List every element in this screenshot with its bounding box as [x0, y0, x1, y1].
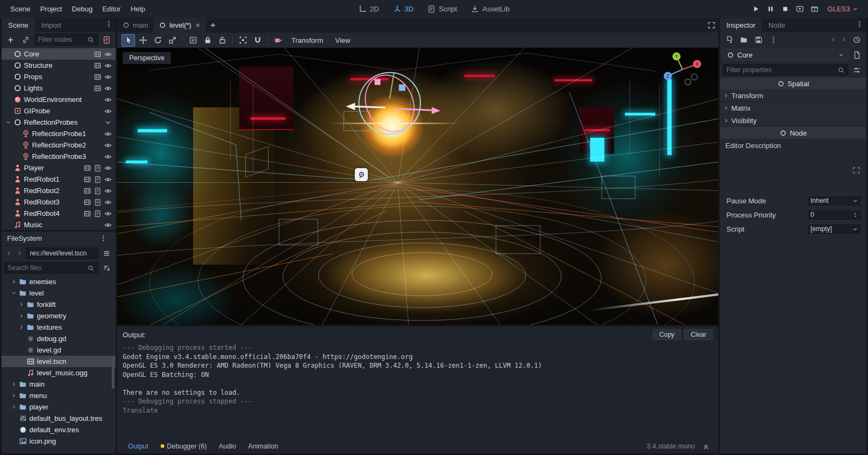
play-button[interactable]	[749, 3, 763, 15]
open-scene-icon[interactable]	[84, 187, 91, 195]
file-row[interactable]: player	[2, 401, 116, 413]
file-row[interactable]: forklift	[2, 299, 116, 310]
menu-help[interactable]: Help	[126, 2, 150, 16]
property-tools-icon[interactable]	[850, 64, 864, 76]
expand-arrow-icon[interactable]	[18, 324, 24, 330]
history-back-icon[interactable]	[828, 34, 838, 46]
bottom-tab-audio[interactable]: Audio	[213, 441, 241, 452]
open-scene-icon[interactable]	[94, 73, 101, 81]
visibility-eye-icon[interactable]	[104, 210, 112, 217]
file-row[interactable]: level	[2, 287, 116, 299]
group-visibility[interactable]: Visibility	[720, 114, 866, 127]
open-scene-icon[interactable]	[84, 198, 91, 206]
visibility-eye-icon[interactable]	[104, 96, 112, 104]
bottom-tab-debugger-6-[interactable]: Debugger (6)	[155, 441, 213, 452]
expand-arrow-icon[interactable]	[18, 324, 24, 330]
tool-move[interactable]	[136, 34, 150, 47]
file-row[interactable]: main	[2, 379, 116, 390]
new-resource-icon[interactable]	[723, 34, 736, 46]
script-dropdown[interactable]: [empty]	[807, 223, 862, 235]
file-row[interactable]: textures	[2, 322, 116, 333]
category-spatial[interactable]: Spatial	[720, 78, 866, 89]
visibility-eye-icon[interactable]	[104, 198, 112, 206]
close-icon[interactable]	[195, 22, 201, 28]
scene-node-row[interactable]: Music	[2, 219, 116, 230]
tool-unlock[interactable]	[215, 34, 229, 47]
expand-arrow-icon[interactable]	[5, 119, 11, 125]
file-row[interactable]: debug.gd	[2, 333, 116, 344]
category-node[interactable]: Node	[720, 127, 866, 139]
expand-arrow-icon[interactable]	[10, 404, 17, 410]
scene-node-row[interactable]: RedRobot2	[2, 185, 116, 196]
tool-select[interactable]	[122, 34, 135, 47]
switch-3d[interactable]: 3D	[387, 3, 419, 15]
menu-debug[interactable]: Debug	[67, 2, 97, 16]
process-priority-stepper[interactable]: 0	[807, 209, 862, 221]
expand-arrow-icon[interactable]	[18, 302, 24, 307]
filter-properties-input[interactable]	[726, 66, 835, 74]
open-docs-icon[interactable]	[850, 49, 864, 61]
switch-assetlib[interactable]: AssetLib	[465, 3, 515, 15]
group-transform[interactable]: Transform	[720, 89, 866, 102]
axis-navigation-gizmo[interactable]: Y X Z	[661, 51, 704, 90]
scene-tab-level[interactable]: level(*)	[154, 18, 206, 33]
visibility-eye-icon[interactable]	[104, 142, 112, 149]
copy-button[interactable]: Copy	[653, 329, 681, 340]
visibility-eye-icon[interactable]	[104, 107, 112, 115]
add-node-button[interactable]	[4, 34, 17, 46]
dock-menu-icon[interactable]	[102, 18, 116, 30]
expand-arrow-icon[interactable]	[18, 313, 24, 319]
position-gizmo-icon[interactable]	[355, 168, 368, 181]
open-scene-icon[interactable]	[94, 85, 101, 92]
load-resource-icon[interactable]	[737, 34, 751, 46]
visibility-eye-icon[interactable]	[104, 164, 112, 172]
stop-button[interactable]	[778, 3, 792, 15]
group-matrix[interactable]: Matrix	[720, 102, 866, 114]
file-row[interactable]: default_env.tres	[2, 424, 116, 435]
scene-node-row[interactable]: GIProbe	[2, 105, 116, 117]
expand-arrow-icon[interactable]	[10, 393, 17, 399]
expand-arrow-icon[interactable]	[11, 393, 17, 399]
visibility-eye-icon[interactable]	[104, 85, 112, 92]
file-row[interactable]: level_music.ogg	[2, 367, 116, 379]
pause-button[interactable]	[764, 3, 777, 15]
perspective-menu[interactable]: Perspective	[123, 52, 171, 64]
move-gizmo[interactable]	[346, 67, 441, 139]
filter-nodes-input[interactable]	[38, 36, 85, 43]
resource-menu-icon[interactable]	[767, 34, 780, 46]
open-scene-icon[interactable]	[94, 62, 101, 69]
scene-node-row[interactable]: ReflectionProbe3	[2, 151, 116, 162]
scene-node-row[interactable]: Player	[2, 162, 116, 174]
view-menu[interactable]: View	[330, 34, 356, 47]
play-scene-button[interactable]	[793, 3, 807, 15]
bottom-tab-animation[interactable]: Animation	[242, 441, 284, 452]
expand-arrow-icon[interactable]	[10, 290, 17, 296]
tool-snap[interactable]	[251, 34, 264, 47]
expand-arrow-icon[interactable]	[11, 279, 17, 285]
renderer-dropdown[interactable]: GLES3	[823, 3, 863, 15]
visibility-eye-icon[interactable]	[104, 62, 112, 69]
scene-node-row[interactable]: Lights	[2, 82, 116, 94]
clear-button[interactable]: Clear	[684, 329, 713, 340]
bottom-tab-output[interactable]: Output	[123, 441, 154, 452]
save-resource-icon[interactable]	[752, 34, 765, 46]
visibility-eye-icon[interactable]	[104, 73, 112, 81]
filesystem-scrollbar[interactable]	[112, 356, 114, 389]
script-icon[interactable]	[94, 187, 101, 195]
instance-scene-button[interactable]	[19, 34, 33, 46]
file-row[interactable]: level.gd	[2, 344, 116, 356]
visibility-eye-icon[interactable]	[104, 153, 112, 161]
attach-script-button[interactable]	[100, 34, 113, 46]
dock-menu-icon[interactable]	[97, 232, 110, 245]
viewport-3d[interactable]: Y X Z Perspective	[117, 48, 718, 325]
file-row[interactable]: enemies	[2, 276, 116, 287]
open-scene-icon[interactable]	[94, 50, 101, 58]
expand-arrow-icon[interactable]	[10, 279, 17, 285]
file-sort-button[interactable]	[100, 262, 113, 274]
expand-description-icon[interactable]	[850, 164, 863, 177]
file-row[interactable]: icon.png	[2, 435, 116, 447]
expand-arrow-icon[interactable]	[18, 302, 24, 307]
scene-tree[interactable]: CoreStructurePropsLightsWorldEnvironment…	[2, 47, 116, 230]
scene-node-row[interactable]: RedRobot1	[2, 174, 116, 185]
expand-arrow-icon[interactable]	[10, 381, 17, 387]
